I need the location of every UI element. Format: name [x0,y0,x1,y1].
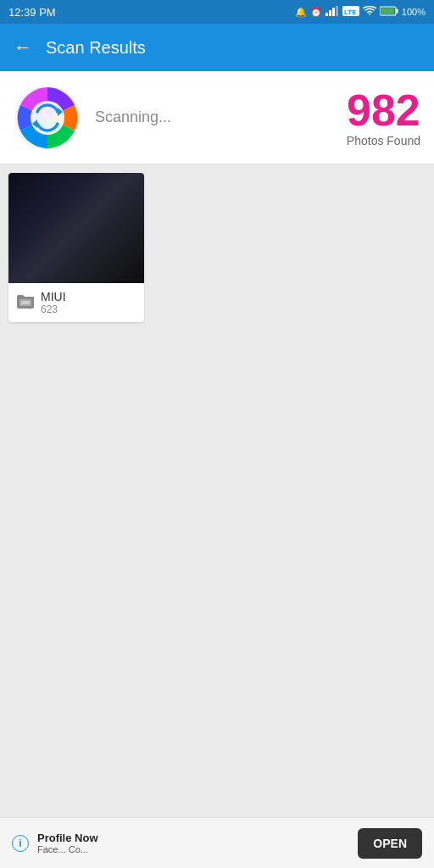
battery-percent: 100% [402,7,426,17]
ad-title: Profile Now [37,832,349,844]
album-count: 623 [41,303,66,315]
status-icons: 🔔 ⏰ LTE [295,6,426,18]
alarm-icon: ⏰ [310,7,322,18]
ad-open-button[interactable]: OPEN [358,828,422,859]
svg-rect-1 [329,10,331,16]
svg-rect-15 [21,301,30,304]
album-card[interactable]: MIUI 623 [8,173,144,322]
lte-icon: LTE [342,6,359,18]
photos-count: 982 [347,88,420,132]
svg-rect-7 [396,9,398,14]
album-text: MIUI 623 [41,290,66,315]
photos-label: Photos Found [347,134,420,147]
scan-header: Scanning... 982 Photos Found [0,71,434,164]
svg-rect-8 [381,8,394,14]
ad-info-icon: i [12,835,29,852]
status-bar: 12:39 PM 🔔 ⏰ LTE [0,0,434,24]
album-folder-icon [17,293,34,313]
battery-icon [380,6,398,18]
svg-text:LTE: LTE [344,8,357,16]
app-bar: ← Scan Results [0,24,434,71]
wifi-icon [363,6,376,18]
signal-icon [326,6,339,18]
album-thumbnail [8,173,144,283]
album-info: MIUI 623 [8,283,144,322]
scanning-text: Scanning... [95,108,333,126]
ad-text-area: Profile Now Face... Co... [37,832,349,854]
svg-rect-3 [336,6,338,16]
main-content: MIUI 623 [0,164,434,817]
back-button[interactable]: ← [14,36,32,58]
status-time: 12:39 PM [8,6,56,19]
ad-subtitle: Face... Co... [37,844,349,854]
notification-icon: 🔔 [295,7,307,18]
svg-rect-2 [332,8,335,16]
svg-rect-0 [326,13,328,16]
album-name: MIUI [41,290,66,303]
photos-found-container: 982 Photos Found [347,88,420,147]
app-logo [14,84,81,152]
ad-banner: i Profile Now Face... Co... OPEN [0,817,434,868]
app-bar-title: Scan Results [46,38,146,58]
album-thumbnail-image [8,173,144,283]
